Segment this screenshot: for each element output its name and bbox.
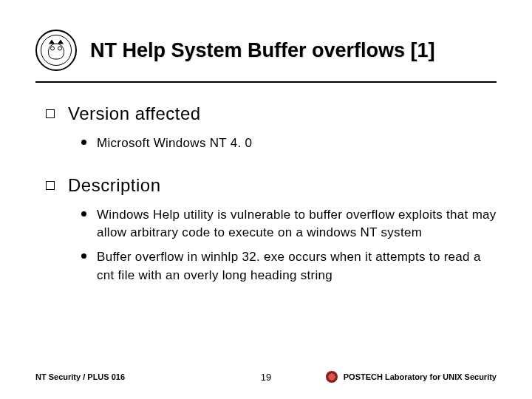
footer-right: POSTECH Laboratory for UNIX Security [326, 371, 497, 383]
slide-footer: NT Security / PLUS 016 19 POSTECH Labora… [35, 371, 497, 383]
section-heading: Version affected [68, 103, 201, 124]
slide-content: Version affected Microsoft Windows NT 4.… [35, 103, 497, 284]
page-title: NT Help System Buffer overflows [1] [90, 39, 435, 62]
list-item-text: Buffer overflow in winhlp 32. exe occurs… [97, 248, 497, 284]
square-bullet-icon [46, 109, 55, 118]
owl-seal-logo [35, 30, 77, 71]
section-version-affected: Version affected Microsoft Windows NT 4.… [46, 103, 497, 153]
section-description: Description Windows Help utility is vuln… [46, 175, 497, 285]
footer-right-text: POSTECH Laboratory for UNIX Security [344, 372, 497, 381]
bullet-dot-icon [81, 140, 86, 145]
bullet-dot-icon [81, 253, 86, 259]
list-item: Buffer overflow in winhlp 32. exe occurs… [81, 248, 497, 284]
postech-logo-icon [326, 371, 338, 383]
bullet-dot-icon [81, 211, 86, 216]
slide-header: NT Help System Buffer overflows [1] [35, 30, 497, 83]
section-heading: Description [68, 175, 161, 196]
list-item-text: Microsoft Windows NT 4. 0 [97, 134, 252, 153]
square-bullet-icon [46, 181, 55, 190]
footer-left-text: NT Security / PLUS 016 [35, 372, 125, 381]
list-item-text: Windows Help utility is vulnerable to bu… [97, 206, 497, 242]
list-item: Microsoft Windows NT 4. 0 [81, 134, 497, 153]
page-number: 19 [261, 372, 271, 383]
slide: NT Help System Buffer overflows [1] Vers… [0, 0, 532, 399]
list-item: Windows Help utility is vulnerable to bu… [81, 206, 497, 242]
